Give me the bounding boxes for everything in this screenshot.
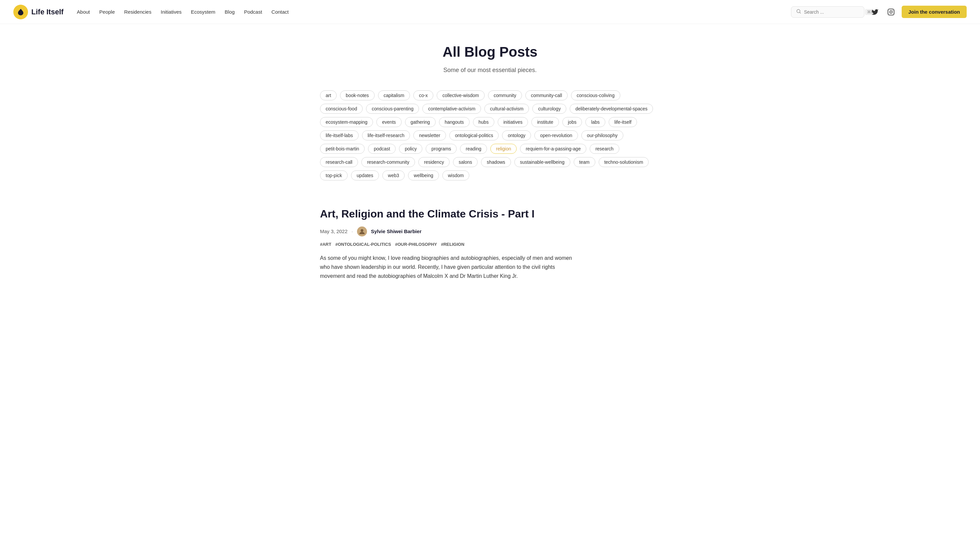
tag-initiatives[interactable]: initiatives	[498, 117, 528, 127]
join-button[interactable]: Join the conversation	[902, 6, 967, 18]
tag-collective-wisdom[interactable]: collective-wisdom	[436, 90, 485, 100]
tag-wellbeing[interactable]: wellbeing	[408, 171, 439, 181]
tag-labs[interactable]: labs	[585, 117, 605, 127]
tag-life-itself-research[interactable]: life-itself-research	[362, 130, 410, 140]
tag-deliberately-developmental-spaces[interactable]: deliberately-developmental-spaces	[570, 104, 653, 114]
tag-jobs[interactable]: jobs	[562, 117, 582, 127]
post-tag-our-philosophy[interactable]: #OUR-PHILOSOPHY	[395, 242, 437, 247]
search-box[interactable]: ⌘K	[791, 7, 864, 18]
tag-podcast[interactable]: podcast	[368, 144, 396, 154]
tag-life-itself[interactable]: life-itself	[608, 117, 637, 127]
tag-ecosystem-mapping[interactable]: ecosystem-mapping	[320, 117, 373, 127]
tag-open-revolution[interactable]: open-revolution	[534, 130, 578, 140]
tag-sustainable-wellbeing[interactable]: sustainable-wellbeing	[514, 157, 570, 167]
nav-about[interactable]: About	[77, 9, 90, 15]
search-input[interactable]	[804, 9, 862, 15]
tag-web3[interactable]: web3	[382, 171, 405, 181]
tag-co-x[interactable]: co-x	[413, 90, 433, 100]
tag-salons[interactable]: salons	[453, 157, 478, 167]
tag-hangouts[interactable]: hangouts	[439, 117, 470, 127]
tag-conscious-parenting[interactable]: conscious-parenting	[366, 104, 419, 114]
tag-gathering[interactable]: gathering	[405, 117, 436, 127]
tag-updates[interactable]: updates	[351, 171, 379, 181]
tag-community-call[interactable]: community-call	[525, 90, 568, 100]
author-avatar	[357, 226, 367, 236]
nav-ecosystem[interactable]: Ecosystem	[191, 9, 215, 15]
main-content: All Blog Posts Some of our most essentia…	[307, 24, 673, 301]
tag-petit-bois-martin[interactable]: petit-bois-martin	[320, 144, 365, 154]
tag-cultural-activism[interactable]: cultural-activism	[484, 104, 529, 114]
page-subtitle: Some of our most essential pieces.	[320, 67, 660, 74]
tag-life-itself-labs[interactable]: life-itself-labs	[320, 130, 359, 140]
tag-conscious-food[interactable]: conscious-food	[320, 104, 363, 114]
search-icon	[796, 9, 802, 15]
tag-conscious-coliving[interactable]: conscious-coliving	[571, 90, 620, 100]
tag-research[interactable]: research	[590, 144, 619, 154]
nav-people[interactable]: People	[99, 9, 115, 15]
tag-wisdom[interactable]: wisdom	[442, 171, 469, 181]
tag-events[interactable]: events	[376, 117, 401, 127]
blog-post: Art, Religion and the Climate Crisis - P…	[320, 200, 660, 280]
tag-art[interactable]: art	[320, 90, 337, 100]
navbar: Life Itself About People Residencies Ini…	[0, 0, 980, 24]
page-title: All Blog Posts	[320, 44, 660, 60]
tag-top-pick[interactable]: top-pick	[320, 171, 348, 181]
tag-shadows[interactable]: shadows	[481, 157, 511, 167]
tag-research-call[interactable]: research-call	[320, 157, 358, 167]
nav-initiatives[interactable]: Initiatives	[161, 9, 182, 15]
post-excerpt: As some of you might know, I love readin…	[320, 254, 573, 281]
tag-community[interactable]: community	[488, 90, 522, 100]
tag-policy[interactable]: policy	[399, 144, 422, 154]
tag-programs[interactable]: programs	[426, 144, 457, 154]
post-title: Art, Religion and the Climate Crisis - P…	[320, 207, 660, 221]
tag-techno-solutionism[interactable]: techno-solutionism	[599, 157, 649, 167]
author-name: Sylvie Shiwei Barbier	[371, 228, 422, 234]
instagram-icon[interactable]	[886, 7, 896, 17]
post-tag-ontological-politics[interactable]: #ONTOLOGICAL-POLITICS	[335, 242, 391, 247]
tag-newsletter[interactable]: newsletter	[413, 130, 446, 140]
meta-dot: ·	[352, 228, 353, 234]
tag-ontology[interactable]: ontology	[502, 130, 531, 140]
tag-book-notes[interactable]: book-notes	[340, 90, 374, 100]
nav-residencies[interactable]: Residencies	[124, 9, 152, 15]
tag-institute[interactable]: institute	[531, 117, 559, 127]
nav-podcast[interactable]: Podcast	[244, 9, 262, 15]
tag-requiem-for-a-passing-age[interactable]: requiem-for-a-passing-age	[520, 144, 586, 154]
svg-rect-1	[888, 9, 894, 15]
tag-culturology[interactable]: culturology	[532, 104, 566, 114]
nav-links: About People Residencies Initiatives Eco…	[77, 9, 289, 15]
tag-contemplative-activism[interactable]: contemplative-activism	[422, 104, 481, 114]
site-title: Life Itself	[31, 8, 64, 16]
tag-capitalism[interactable]: capitalism	[378, 90, 410, 100]
post-tag-art[interactable]: #ART	[320, 242, 331, 247]
nav-contact[interactable]: Contact	[271, 9, 289, 15]
site-logo[interactable]: Life Itself	[13, 5, 64, 20]
tag-research-community[interactable]: research-community	[361, 157, 415, 167]
logo-icon	[13, 5, 28, 20]
tag-our-philosophy[interactable]: our-philosophy	[581, 130, 623, 140]
tag-team[interactable]: team	[574, 157, 595, 167]
nav-blog[interactable]: Blog	[225, 9, 235, 15]
twitter-icon[interactable]	[870, 7, 880, 17]
tags-container: artbook-notescapitalismco-xcollective-wi…	[320, 90, 660, 181]
tag-religion[interactable]: religion	[490, 144, 517, 154]
post-meta: May 3, 2022 · Sylvie Shiwei Barbier	[320, 226, 660, 236]
tag-reading[interactable]: reading	[460, 144, 487, 154]
post-date: May 3, 2022	[320, 228, 348, 234]
nav-right: ⌘K Join the conversation	[791, 6, 967, 18]
tag-hubs[interactable]: hubs	[473, 117, 494, 127]
post-tag-religion[interactable]: #RELIGION	[441, 242, 464, 247]
svg-point-3	[361, 229, 363, 232]
tag-residency[interactable]: residency	[418, 157, 449, 167]
tag-ontological-politics[interactable]: ontological-politics	[449, 130, 499, 140]
post-tags: #ART#ONTOLOGICAL-POLITICS#OUR-PHILOSOPHY…	[320, 242, 660, 247]
